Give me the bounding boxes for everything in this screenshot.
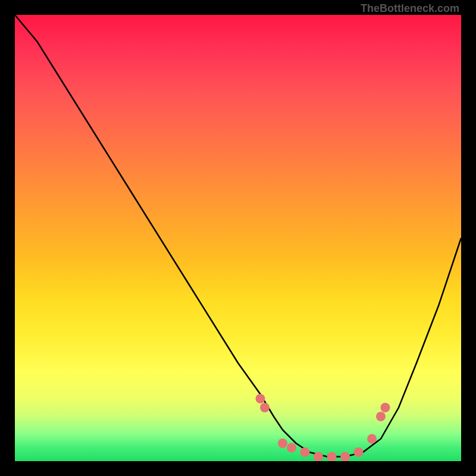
bottleneck-curve-line [15,15,461,457]
watermark-text: TheBottleneck.com [361,2,459,15]
data-marker [278,439,287,448]
data-marker [260,403,270,412]
data-marker [354,447,364,457]
data-marker [314,452,323,462]
data-markers [256,394,390,461]
chart-svg [15,15,461,461]
data-marker [287,443,296,453]
data-marker [367,434,377,444]
data-marker [340,452,350,462]
data-marker [381,403,390,412]
data-marker [376,412,386,421]
chart-area [15,15,461,461]
data-marker [327,452,337,462]
data-marker [300,447,310,457]
data-marker [256,394,265,403]
